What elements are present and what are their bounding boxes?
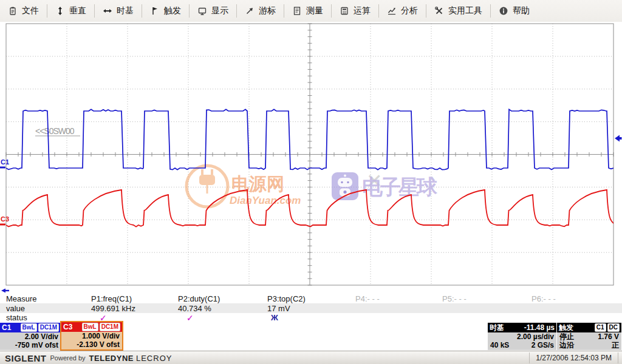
trigger-label: 触发 (559, 323, 573, 332)
status-ok-icon: ✓ (178, 314, 267, 322)
measure-header-row: MeasureP1:freq(C1)P2:duty(C1)P3:top(C2)P… (0, 294, 622, 303)
timebase-label: 时基 (490, 323, 504, 332)
menu-item-vertical[interactable]: 垂直 (47, 0, 94, 22)
measure-table: MeasureP1:freq(C1)P2:duty(C1)P3:top(C2)P… (0, 294, 622, 322)
value-row-label: value (0, 304, 91, 313)
menu-item-measure[interactable]: 测量 (284, 0, 331, 22)
trigger-mode: 停止 (559, 332, 574, 341)
vertical-arrows-icon (55, 6, 65, 16)
channel-offset-marker-c3[interactable] (0, 224, 5, 226)
menu-item-label: 运算 (354, 5, 371, 16)
menu-item-timebase[interactable]: 时基 (95, 0, 142, 22)
channel-badge-bwl: BwL (82, 323, 98, 331)
status-bar: SIGLENT Powered by TELEDYNE LECROY 1/27/… (0, 351, 622, 364)
channel-offset-marker-c1[interactable] (0, 167, 5, 169)
measure-param-value-p2: 40.734 % (178, 304, 267, 313)
dianyuan-subtitle: DianYuan.com (230, 195, 301, 206)
file-icon (8, 6, 18, 16)
trigger-flag-icon (150, 6, 160, 16)
lecroy-logo: LECROY (136, 354, 172, 363)
measure-param-name-p1: P1:freq(C1) (91, 294, 178, 303)
channel-marker-label-c1[interactable]: C1 (1, 158, 9, 166)
measure-value-row: value499.691 kHz40.734 %17 mV (0, 303, 622, 313)
measure-param-value-p3: 17 mV (267, 304, 355, 313)
channel-descriptor-c3[interactable]: C3BwLDC1M1.000 V/div-2.130 V ofst (61, 322, 122, 349)
utilities-tools-icon (434, 6, 444, 16)
timebase-scale: 2.00 µs/div (490, 332, 554, 341)
status-ok-icon: ✓ (91, 314, 178, 322)
trigger-source-badge: C1 (595, 323, 606, 332)
measure-param-value-p1: 499.691 kHz (91, 304, 178, 313)
channel-offset: -750 mV ofst (2, 341, 58, 349)
menu-item-math[interactable]: 运算 (332, 0, 378, 22)
channel-marker-label-c3[interactable]: C3 (1, 215, 9, 223)
menu-item-label: 测量 (306, 5, 323, 16)
memory-overlay-label: <<S0SW00 (35, 126, 75, 136)
channel-scale: 2.00 V/div (2, 332, 58, 341)
descriptor-box-row: C1BwLDC1M2.00 V/div-750 mV ofstC3BwLDC1M… (0, 322, 622, 351)
menu-item-label: 时基 (117, 5, 134, 16)
menu-item-label: 帮助 (513, 5, 530, 16)
menu-item-label: 垂直 (69, 5, 86, 16)
menu-item-label: 分析 (401, 5, 418, 16)
help-info-icon (499, 6, 508, 16)
teledyne-logo: TELEDYNE (89, 354, 134, 363)
waveform-display[interactable]: 电源网DianYuan.com×电子星球<<S0SW00C1C3 (0, 22, 622, 294)
cursor-arrow-icon (245, 6, 255, 16)
measure-param-name-p6: P6:- - - (531, 294, 622, 303)
menu-item-display[interactable]: 显示 (190, 0, 236, 22)
measure-status-row: status✓✓Ж (0, 313, 622, 322)
ezhiqiu-watermark: 电子星球 (332, 172, 438, 200)
trigger-level: 1.76 V (598, 332, 619, 341)
measure-row-label: Measure (0, 294, 91, 303)
menu-item-utilities[interactable]: 实用工具 (426, 0, 490, 22)
display-icon (197, 6, 207, 16)
trigger-descriptor-box[interactable]: 触发 C1 DC 停止 1.76 V 边沿 正 (557, 323, 621, 350)
trigger-type: 边沿 (559, 341, 574, 349)
math-calculator-icon (340, 6, 349, 16)
timebase-delay: -11.48 µs (524, 323, 555, 332)
oscilloscope-screen: 文件垂直时基触发显示游标测量运算分析实用工具帮助 电源网DianYuan.com… (0, 0, 622, 364)
channel-badge-bwl: BwL (21, 323, 37, 332)
datetime-display: 1/27/2006 12:54:03 PM (529, 352, 618, 363)
horizontal-arrows-icon (103, 6, 112, 16)
measure-param-name-p4: P4:- - - (355, 294, 442, 303)
menu-item-file[interactable]: 文件 (0, 0, 47, 22)
channel-offset: -2.130 V ofst (64, 340, 120, 349)
menu-item-label: 游标 (259, 5, 276, 16)
channel-descriptor-c1[interactable]: C1BwLDC1M2.00 V/div-750 mV ofst (0, 323, 61, 350)
trigger-slope: 正 (612, 341, 619, 349)
timebase-samples: 40 kS (490, 341, 509, 349)
menu-item-analysis[interactable]: 分析 (379, 0, 426, 22)
timebase-samplerate: 2 GS/s (531, 341, 554, 349)
measure-param-name-p5: P5:- - - (442, 294, 531, 303)
measure-doc-icon (292, 6, 302, 16)
menu-item-help[interactable]: 帮助 (491, 0, 538, 22)
channel-badge-dc1m: DC1M (38, 323, 59, 332)
menu-item-cursors[interactable]: 游标 (237, 0, 284, 22)
timebase-descriptor-box[interactable]: 时基 -11.48 µs 2.00 µs/div 40 kS 2 GS/s (488, 323, 556, 350)
menu-item-label: 显示 (211, 5, 228, 16)
siglent-logo: SIGLENT (5, 353, 47, 363)
channel-id: C1 (2, 323, 11, 332)
ezhiqiu-title: 电子星球 (362, 175, 438, 198)
menu-item-trigger[interactable]: 触发 (142, 0, 189, 22)
trigger-position-marker-tail (5, 290, 9, 291)
channel-scale: 1.000 V/div (64, 332, 120, 340)
menu-item-label: 触发 (164, 5, 181, 16)
channel-id: C3 (63, 323, 72, 331)
menu-item-label: 实用工具 (448, 5, 482, 16)
analysis-chart-icon (387, 6, 397, 16)
measure-param-name-p3: P3:top(C2) (267, 294, 355, 303)
status-questionable-icon: Ж (267, 314, 355, 322)
menu-item-label: 文件 (22, 5, 39, 16)
status-row-label: status (0, 313, 91, 322)
measure-param-name-p2: P2:duty(C1) (178, 294, 267, 303)
powered-by-text: Powered by (50, 354, 86, 362)
channel-badge-dc1m: DC1M (100, 323, 120, 331)
trigger-coupling-badge: DC (607, 323, 620, 332)
trigger-level-marker-tail (620, 137, 622, 140)
menu-bar: 文件垂直时基触发显示游标测量运算分析实用工具帮助 (0, 0, 622, 22)
